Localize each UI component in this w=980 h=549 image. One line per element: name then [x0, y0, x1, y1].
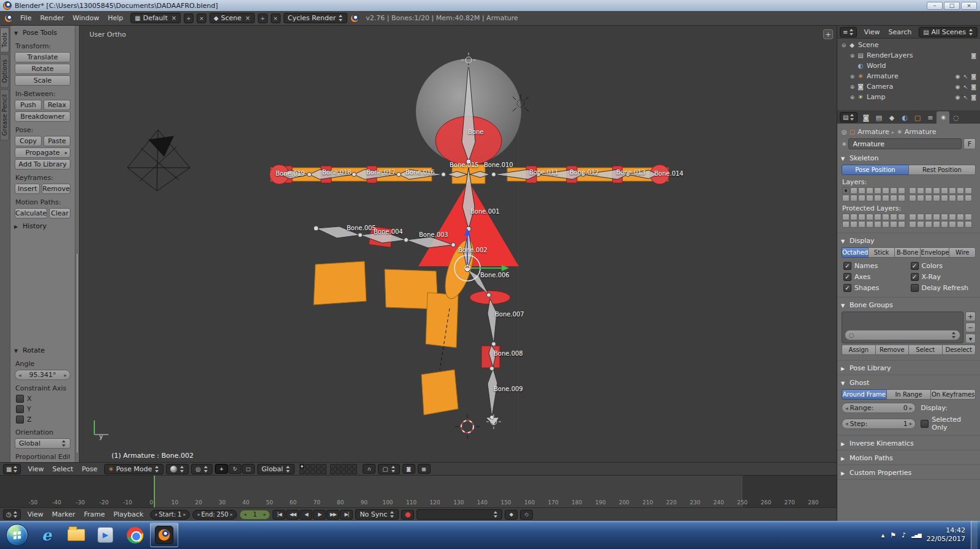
layer-toggle[interactable]: [874, 195, 881, 201]
timeline-menu-marker[interactable]: Marker: [48, 509, 80, 520]
render-toggle-icon[interactable]: ◙: [970, 84, 978, 90]
increase-icon[interactable]: ▸: [910, 405, 913, 411]
leg-boxes[interactable]: [314, 261, 458, 415]
ghost-range-slider[interactable]: ◂ Range: 0 ▸: [842, 403, 916, 413]
rotate-manipulator-icon[interactable]: ↻: [228, 464, 241, 474]
layer-toggle[interactable]: [965, 221, 972, 228]
layer-toggle[interactable]: [850, 195, 858, 201]
layer-toggle[interactable]: [842, 214, 850, 220]
maximize-button[interactable]: □: [944, 2, 960, 10]
mode-dropdown[interactable]: ✳ Pose Mode: [104, 464, 164, 474]
bone-label-bone-017[interactable]: Bone.017: [366, 169, 396, 176]
layer-toggle[interactable]: [341, 464, 346, 469]
skeleton-panel-header[interactable]: Skeleton: [837, 152, 980, 163]
bone-group-name-selector[interactable]: ○: [845, 330, 960, 340]
layer-toggle[interactable]: [352, 469, 357, 474]
remove-bone-group-button[interactable]: −: [965, 323, 976, 332]
close-button[interactable]: ×: [961, 2, 977, 10]
select-toggle-icon[interactable]: ↖: [962, 94, 970, 100]
outliner-item-renderlayers[interactable]: ⊕▤RenderLayers◙: [837, 50, 980, 61]
layer-toggle[interactable]: [917, 221, 924, 228]
checkbox-box[interactable]: ✓: [843, 273, 851, 281]
layer-toggle[interactable]: [352, 464, 357, 469]
editor-tab-options[interactable]: Options: [0, 54, 9, 88]
expander-icon[interactable]: ⊕: [848, 53, 856, 59]
calculate-paths-button[interactable]: Calculate: [15, 208, 47, 218]
layer-toggle[interactable]: [882, 214, 889, 220]
ghost-panel-header[interactable]: Ghost: [837, 376, 980, 388]
bone-label-bone-018[interactable]: Bone.018: [322, 169, 352, 176]
hidden-icons-arrow[interactable]: ▴: [881, 531, 885, 539]
breakdowner-button[interactable]: Breakdowner: [15, 111, 70, 122]
outliner-item-world[interactable]: ◐World: [837, 61, 980, 71]
checkbox-x-ray[interactable]: ✓X-Ray: [911, 273, 974, 281]
scale-button[interactable]: Scale: [15, 75, 70, 86]
properties-tab-physics[interactable]: ◌: [949, 111, 962, 124]
layer-toggle[interactable]: [341, 469, 346, 474]
layer-toggle[interactable]: [890, 187, 897, 194]
checkbox-names[interactable]: ✓Names: [843, 262, 907, 270]
select-button[interactable]: Select: [908, 345, 943, 355]
layer-toggle[interactable]: [858, 187, 865, 194]
checkbox-box[interactable]: [16, 405, 24, 413]
properties-tab-scene[interactable]: ◆: [885, 111, 898, 124]
decrease-icon[interactable]: ◂: [845, 405, 848, 411]
play-button[interactable]: ▶: [313, 510, 326, 520]
bone-label-bone-012[interactable]: Bone.012: [570, 169, 599, 176]
ghost-mode-around-frame[interactable]: Around Frame: [842, 389, 887, 400]
current-frame-field[interactable]: ◂ 1 ▸: [239, 510, 270, 520]
bone-label-bone-013[interactable]: Bone.013: [616, 169, 646, 176]
bone-label-bone-007[interactable]: Bone.007: [495, 311, 524, 318]
layer-toggle[interactable]: [866, 195, 873, 201]
decrease-icon[interactable]: ◂: [244, 512, 246, 517]
checkbox-colors[interactable]: ✓Colors: [911, 262, 974, 270]
display-mode-b-bone[interactable]: B-Bone: [894, 247, 921, 258]
selected-only-checkbox[interactable]: Selected Only: [921, 416, 976, 431]
axis-y-checkbox[interactable]: Y: [16, 405, 69, 413]
bone-label-bone-009[interactable]: Bone.009: [494, 386, 523, 392]
bone-label-bone-010[interactable]: Bone.010: [484, 162, 513, 168]
relax-button[interactable]: Relax: [43, 100, 70, 110]
layer-toggle[interactable]: [336, 469, 341, 474]
paste-pose-button[interactable]: Paste: [43, 136, 70, 146]
clock[interactable]: 14:42 22/05/2017: [927, 526, 965, 544]
deselect-button[interactable]: Deselect: [942, 345, 976, 355]
angle-slider[interactable]: ◂ 95.341° ▸: [15, 370, 70, 380]
bone-label-bone-011[interactable]: Bone.011: [529, 169, 559, 176]
region-expand-icon[interactable]: +: [823, 29, 833, 39]
layer-toggle[interactable]: [882, 221, 889, 228]
timeline-track[interactable]: -50-40-30-20-100102030405060708090100110…: [0, 475, 837, 507]
fake-user-button[interactable]: F: [963, 138, 976, 149]
propagate-button[interactable]: Propagate ▸: [15, 148, 70, 158]
decrease-icon[interactable]: ◂: [154, 512, 157, 517]
taskbar-app-chrome[interactable]: [121, 523, 149, 547]
layer-toggle[interactable]: [842, 187, 850, 194]
layer-toggle[interactable]: [949, 214, 956, 220]
layer-toggle[interactable]: [925, 214, 932, 220]
insert-keyframe-button[interactable]: Insert: [15, 184, 40, 194]
layer-toggle[interactable]: [965, 187, 972, 194]
checkbox-box[interactable]: [16, 395, 24, 403]
layer-toggle[interactable]: [311, 464, 315, 469]
history-panel-header[interactable]: History: [10, 219, 75, 232]
bone-label-bone-016[interactable]: Bone.016: [405, 169, 435, 176]
menu-window[interactable]: Window: [69, 13, 104, 23]
clear-paths-button[interactable]: Clear: [49, 208, 70, 218]
layer-toggle[interactable]: [941, 195, 948, 201]
layer-toggle[interactable]: [330, 464, 335, 469]
select-toggle-icon[interactable]: ↖: [962, 84, 970, 90]
taskbar-app-media-player[interactable]: ▶: [91, 523, 119, 547]
orientation-dropdown-redo[interactable]: Global: [15, 438, 70, 449]
eye-toggle-icon[interactable]: ◉: [954, 94, 962, 100]
delete-keyframe-icon[interactable]: ◇: [520, 510, 533, 520]
layer-toggle[interactable]: [882, 187, 889, 194]
layer-toggle[interactable]: [347, 469, 352, 474]
layer-toggle[interactable]: [941, 214, 948, 220]
editor-type-button[interactable]: ▦: [3, 464, 21, 474]
layer-toggle[interactable]: [305, 464, 310, 469]
layer-toggle[interactable]: [965, 195, 972, 201]
bone-label-bone-019[interactable]: Bone.019: [276, 170, 305, 177]
menu-help[interactable]: Help: [104, 13, 127, 23]
display-panel-header[interactable]: Display: [837, 234, 980, 246]
pose-library-panel-header[interactable]: Pose Library: [837, 362, 980, 373]
